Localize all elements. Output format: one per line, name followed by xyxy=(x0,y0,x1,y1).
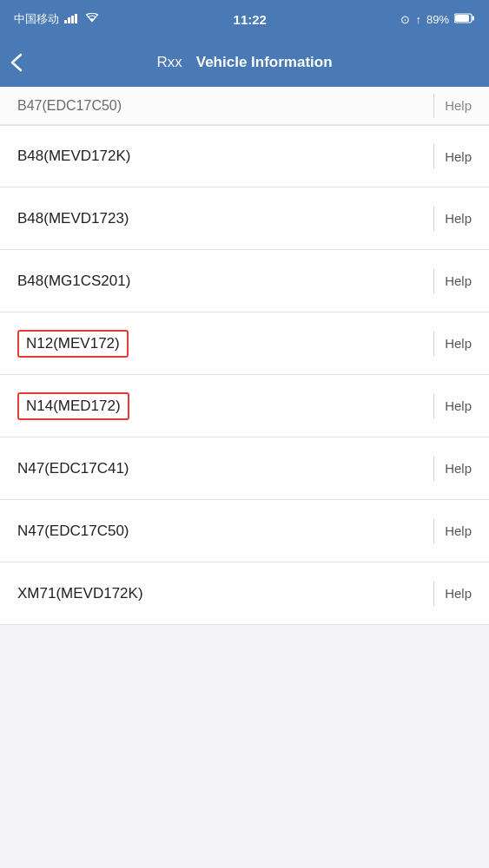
list-item-right: Help xyxy=(433,332,472,356)
list-item-label: N12(MEV172) xyxy=(17,330,129,358)
help-button[interactable]: Help xyxy=(445,211,472,226)
list-item-right: Help xyxy=(433,144,472,168)
help-button[interactable]: Help xyxy=(445,586,472,601)
nav-title-area: Rxx Vehicle Information xyxy=(0,54,489,71)
status-time: 11:22 xyxy=(234,12,267,27)
list-separator xyxy=(433,582,434,606)
help-button[interactable]: Help xyxy=(445,336,472,351)
help-button[interactable]: Help xyxy=(445,273,472,288)
list-item-label: N47(EDC17C50) xyxy=(17,523,129,540)
list-item-label: B48(MG1CS201) xyxy=(17,273,130,290)
list-container: B48(MEVD172K)HelpB48(MEVD1723)HelpB48(MG… xyxy=(0,125,489,625)
status-left: 中国移动 xyxy=(14,11,99,27)
list-item-label: N14(MED172) xyxy=(17,392,129,420)
prev-item-help[interactable]: Help xyxy=(445,98,472,113)
status-right: ⊙ ↑ 89% xyxy=(400,13,475,26)
list-item-right: Help xyxy=(433,207,472,231)
list-separator xyxy=(433,207,434,231)
list-separator xyxy=(433,144,434,168)
svg-rect-0 xyxy=(64,20,67,23)
battery-label: 89% xyxy=(426,13,449,26)
separator xyxy=(433,94,434,118)
list-item-label: B48(MEVD172K) xyxy=(17,148,130,165)
svg-rect-3 xyxy=(75,14,77,23)
list-item-label: XM71(MEVD172K) xyxy=(17,585,143,602)
list-item-right: Help xyxy=(433,394,472,418)
list-item[interactable]: N14(MED172)Help xyxy=(0,375,489,437)
nav-rxx-label: Rxx xyxy=(156,54,182,71)
back-button[interactable] xyxy=(10,49,30,76)
svg-rect-1 xyxy=(68,17,70,23)
list-separator xyxy=(433,269,434,293)
list-separator xyxy=(433,457,434,481)
help-button[interactable]: Help xyxy=(445,398,472,413)
svg-rect-6 xyxy=(455,15,469,22)
help-button[interactable]: Help xyxy=(445,149,472,164)
list-item-label: B48(MEVD1723) xyxy=(17,210,129,227)
arrow-icon: ↑ xyxy=(415,13,421,26)
help-button[interactable]: Help xyxy=(445,461,472,476)
list-item[interactable]: N47(EDC17C41)Help xyxy=(0,437,489,500)
list-item-right: Help xyxy=(433,519,472,543)
help-button[interactable]: Help xyxy=(445,523,472,538)
prev-item-right: Help xyxy=(433,94,472,118)
nav-vehicle-info-label: Vehicle Information xyxy=(196,54,333,71)
list-item[interactable]: N12(MEV172)Help xyxy=(0,312,489,375)
signal-icon xyxy=(64,13,80,26)
list-item[interactable]: B48(MEVD1723)Help xyxy=(0,187,489,250)
list-item-right: Help xyxy=(433,582,472,606)
status-bar: 中国移动 11:22 ⊙ ↑ 89% xyxy=(0,0,489,38)
list-separator xyxy=(433,394,434,418)
wifi-icon xyxy=(85,13,99,26)
list-separator xyxy=(433,519,434,543)
prev-item: B47(EDC17C50) Help xyxy=(0,87,489,125)
prev-item-label: B47(EDC17C50) xyxy=(17,98,122,114)
list-item-right: Help xyxy=(433,457,472,481)
carrier-label: 中国移动 xyxy=(14,11,59,27)
list-item[interactable]: N47(EDC17C50)Help xyxy=(0,500,489,562)
location-icon: ⊙ xyxy=(400,13,410,26)
list-item[interactable]: B48(MEVD172K)Help xyxy=(0,125,489,187)
list-item-label: N47(EDC17C41) xyxy=(17,460,129,477)
battery-icon xyxy=(454,13,475,26)
list-item[interactable]: B48(MG1CS201)Help xyxy=(0,250,489,312)
list-item[interactable]: XM71(MEVD172K)Help xyxy=(0,562,489,625)
list-item-right: Help xyxy=(433,269,472,293)
list-separator xyxy=(433,332,434,356)
svg-rect-2 xyxy=(71,16,74,23)
svg-rect-5 xyxy=(472,16,475,20)
nav-bar: Rxx Vehicle Information xyxy=(0,38,489,87)
